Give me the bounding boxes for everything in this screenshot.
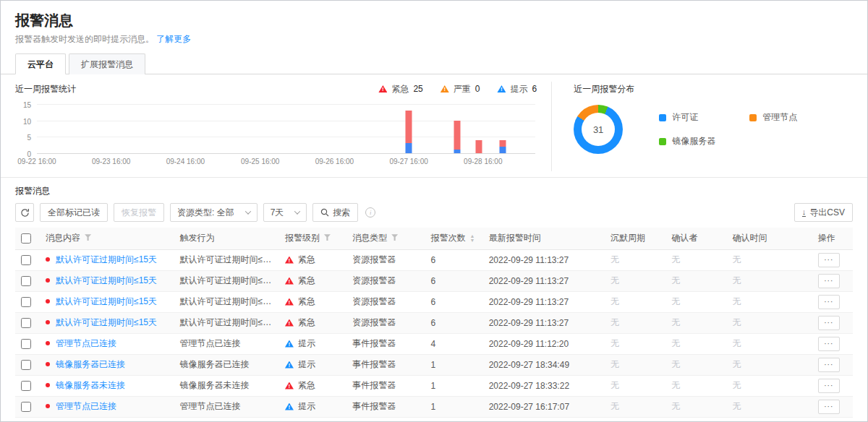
- filter-icon[interactable]: [324, 234, 331, 241]
- trigger-cell: 默认许可证过期时间≤15天，...: [174, 270, 279, 291]
- confirm-time-cell: 无: [726, 333, 812, 354]
- level-label: 紧急: [298, 379, 315, 392]
- row-checkbox[interactable]: [21, 297, 31, 307]
- tab-cloud-platform[interactable]: 云平台: [15, 53, 66, 74]
- filter-icon[interactable]: [391, 234, 398, 241]
- legend-label: 严重: [454, 83, 471, 95]
- latest-alarm-time-cell: 2022-09-27 18:34:49: [483, 354, 605, 375]
- search-button[interactable]: 搜索: [312, 203, 358, 222]
- row-actions-button[interactable]: ···: [818, 379, 840, 393]
- silence-period-cell: 无: [605, 249, 665, 270]
- row-checkbox[interactable]: [21, 360, 31, 370]
- checkbox-cell: [15, 354, 40, 375]
- time-range-select[interactable]: 7天: [263, 203, 307, 222]
- x-tick-label: 09-25 16:00: [241, 158, 279, 165]
- alarm-content-link[interactable]: 默认许可证过期时间≤15天: [56, 275, 157, 285]
- select-all-checkbox[interactable]: [21, 233, 31, 244]
- message-content-cell: 默认许可证过期时间≤15天: [40, 249, 174, 270]
- alarm-count-cell: 1: [425, 396, 482, 417]
- alarm-content-link[interactable]: 镜像服务器未连接: [56, 380, 125, 390]
- search-button-label: 搜索: [333, 207, 350, 219]
- row-actions-button[interactable]: ···: [818, 253, 840, 267]
- warning-triangle-icon: !: [285, 361, 294, 369]
- actions-cell: ···: [812, 396, 853, 417]
- checkbox-cell: [15, 333, 40, 354]
- warning-triangle-icon: !: [285, 382, 294, 389]
- legend-color-swatch: [749, 114, 757, 121]
- row-actions-button[interactable]: ···: [818, 337, 840, 351]
- row-checkbox[interactable]: [21, 276, 31, 286]
- resource-type-select[interactable]: 资源类型: 全部: [170, 203, 258, 222]
- y-tick-label: 5: [27, 134, 31, 142]
- warning-triangle-icon: !: [497, 85, 506, 92]
- stats-legend-item: !提示6: [497, 83, 537, 95]
- refresh-button[interactable]: [15, 203, 34, 222]
- alarm-content-link[interactable]: 镜像服务器已连接: [56, 359, 125, 369]
- latest-alarm-time-cell: 2022-09-29 11:13:27: [483, 291, 605, 312]
- distribution-panel-head: 近一周报警分布: [574, 82, 853, 96]
- level-cell: !紧急: [279, 312, 346, 333]
- level-badge: !提示: [285, 397, 341, 417]
- distribution-body: 31 许可证管理节点镜像服务器: [574, 105, 853, 154]
- gridline: [37, 104, 535, 105]
- row-actions-button[interactable]: ···: [818, 316, 840, 330]
- level-label: 紧急: [298, 316, 315, 329]
- level-badge: !提示: [285, 355, 341, 375]
- row-actions-button[interactable]: ···: [818, 358, 840, 372]
- alarm-count-cell: 6: [425, 291, 482, 312]
- warning-triangle-icon: !: [285, 340, 294, 348]
- checkbox-cell: [15, 249, 40, 270]
- row-actions-button[interactable]: ···: [818, 400, 840, 414]
- learn-more-link[interactable]: 了解更多: [156, 34, 191, 44]
- row-checkbox[interactable]: [21, 255, 31, 265]
- mark-all-read-button[interactable]: 全部标记已读: [40, 203, 108, 222]
- alarm-content-link[interactable]: 默认许可证过期时间≤15天: [56, 296, 157, 306]
- alarm-content-link[interactable]: 管理节点已连接: [56, 338, 116, 348]
- row-checkbox[interactable]: [21, 402, 31, 412]
- tab-extended-alarm-messages[interactable]: 扩展报警消息: [69, 53, 145, 74]
- bar: [500, 140, 506, 153]
- export-csv-button[interactable]: ↓ 导出CSV: [794, 203, 853, 222]
- alarm-content-link[interactable]: 管理节点已连接: [56, 401, 116, 411]
- message-content-cell: 镜像服务器已连接: [40, 354, 174, 375]
- y-tick-label: 10: [23, 117, 31, 125]
- filter-icon[interactable]: [85, 234, 91, 241]
- row-actions-button[interactable]: ···: [818, 295, 840, 309]
- alarm-count-cell: 1: [425, 375, 482, 396]
- row-actions-button[interactable]: ···: [818, 274, 840, 288]
- bar: [406, 111, 412, 153]
- actions-cell: ···: [812, 354, 853, 375]
- table-row: 镜像服务器已连接镜像服务器已连接!提示事件报警器12022-09-27 18:3…: [15, 354, 853, 375]
- alarm-content-link[interactable]: 默认许可证过期时间≤15天: [56, 254, 157, 264]
- trigger-cell: 默认许可证过期时间≤15天，...: [174, 312, 279, 333]
- column-label: 消息类型: [352, 233, 387, 243]
- table-column-header: 触发行为: [174, 228, 279, 249]
- table-head: 消息内容触发行为报警级别消息类型报警次数▲▼最新报警时间沉默周期确认者确认时间操…: [15, 228, 853, 249]
- trigger-cell: 默认许可证过期时间≤15天，...: [174, 291, 279, 312]
- checkbox-cell: [15, 291, 40, 312]
- alarm-content-link[interactable]: 默认许可证过期时间≤15天: [56, 317, 157, 327]
- alarm-count-cell: 4: [425, 333, 482, 354]
- resource-type-value: 资源类型: 全部: [177, 207, 234, 219]
- trigger-cell: 管理节点已连接: [174, 333, 279, 354]
- table-column-header: 消息内容: [40, 228, 174, 249]
- legend-count: 6: [532, 84, 537, 94]
- info-icon[interactable]: i: [365, 207, 375, 218]
- column-label: 触发行为: [180, 233, 215, 243]
- table-column-header: 报警级别: [279, 228, 346, 249]
- row-checkbox[interactable]: [21, 318, 31, 328]
- restore-alarm-button[interactable]: 恢复报警: [114, 203, 164, 222]
- row-checkbox[interactable]: [21, 381, 31, 391]
- table-column-header: 操作: [812, 228, 853, 249]
- refresh-icon: [20, 208, 30, 218]
- silence-period-cell: 无: [605, 396, 665, 417]
- gridline: [37, 121, 535, 121]
- row-checkbox[interactable]: [21, 339, 31, 349]
- gridline: [37, 153, 535, 154]
- confirmer-cell: 无: [665, 354, 726, 375]
- sorter-icon[interactable]: ▲▼: [469, 234, 475, 243]
- level-label: 提示: [298, 358, 315, 371]
- table-toolbar: 全部标记已读 恢复报警 资源类型: 全部 7天 搜索 i ↓ 导出CSV: [15, 203, 853, 222]
- toolbar-right: ↓ 导出CSV: [794, 203, 853, 222]
- table-column-header: [15, 228, 40, 249]
